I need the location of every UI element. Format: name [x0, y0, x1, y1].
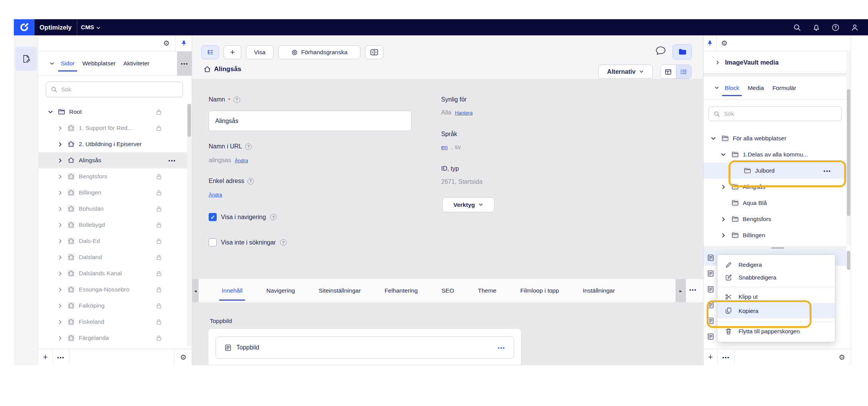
- tree-item-alings-s[interactable]: Alingsås•••: [38, 152, 188, 168]
- collapse-chevron-icon[interactable]: [714, 85, 719, 90]
- gear-icon[interactable]: ⚙: [180, 354, 186, 361]
- tree-item-f-rgelanda[interactable]: Färgelanda: [38, 330, 188, 346]
- menu-item-kopiera[interactable]: Kopiera: [717, 303, 835, 318]
- page-search-input[interactable]: [60, 86, 178, 93]
- tab-seo[interactable]: SEO: [441, 287, 454, 294]
- chevron-right-icon[interactable]: [720, 216, 726, 222]
- menu-item-snabbredigera[interactable]: Snabbredigera: [717, 271, 835, 284]
- tab-felhantering[interactable]: Felhantering: [385, 287, 418, 294]
- add-content-button[interactable]: +: [224, 45, 241, 59]
- assets-folder-button[interactable]: [672, 44, 692, 60]
- folder-item-1-delas-av-alla-kommu[interactable]: 1.Delas av alla kommu...: [704, 146, 846, 163]
- folder-item-billingen[interactable]: Billingen: [704, 227, 846, 243]
- folder-item-f-r-alla-webbplatser[interactable]: För alla webbplatser: [704, 130, 846, 146]
- chevron-down-icon[interactable]: [710, 136, 716, 141]
- gear-icon[interactable]: ⚙: [838, 354, 845, 361]
- add-block-button[interactable]: +: [708, 352, 713, 362]
- tree-item-dalslands-kanal[interactable]: Dalslands Kanal: [38, 265, 188, 281]
- toppbild-block[interactable]: Toppbild •••: [216, 336, 514, 359]
- product-switcher[interactable]: CMS: [81, 24, 100, 31]
- menu-item-redigera[interactable]: Redigera: [717, 258, 835, 271]
- tab-siteinstallningar[interactable]: Siteinställningar: [319, 287, 360, 294]
- chevron-right-icon[interactable]: [57, 190, 63, 196]
- language-en-link[interactable]: en: [441, 144, 448, 151]
- folder-item-alings-s[interactable]: Alingsås: [704, 179, 846, 195]
- scrollbar-thumb[interactable]: [847, 89, 850, 216]
- chevron-down-icon[interactable]: [48, 109, 53, 115]
- search-icon[interactable]: [793, 23, 801, 32]
- gear-icon[interactable]: ⚙: [163, 40, 169, 47]
- checkbox-checked[interactable]: ✓: [209, 213, 217, 221]
- hantera-link[interactable]: Hantera: [455, 110, 473, 116]
- tab-formular[interactable]: Formulär: [772, 85, 796, 92]
- tree-item-dalsland[interactable]: Dalsland: [38, 249, 188, 265]
- tabs-scroll-left-button[interactable]: ◂: [192, 279, 199, 302]
- chevron-down-icon[interactable]: [720, 152, 726, 158]
- chevron-right-icon[interactable]: [57, 287, 63, 293]
- chevron-right-icon[interactable]: [720, 184, 726, 190]
- folder-item-bengtsfors[interactable]: Bengtsfors: [704, 211, 846, 227]
- menu-item-klipp-ut[interactable]: Klipp ut: [717, 290, 835, 303]
- verktyg-button[interactable]: Verktyg: [442, 197, 495, 212]
- tab-navigering[interactable]: Navigering: [266, 287, 295, 294]
- folder-item-aqua-bl[interactable]: Aqua Blå: [704, 195, 846, 211]
- list-view-button[interactable]: [676, 65, 692, 78]
- andra-url-link[interactable]: Ändra: [235, 158, 248, 163]
- block-menu-button[interactable]: •••: [498, 345, 505, 351]
- pin-icon[interactable]: [181, 40, 187, 47]
- tree-item-bollebygd[interactable]: Bollebygd: [38, 217, 188, 233]
- tree-item-2-utbildning-i-episerver[interactable]: 2. Utbildning i Episerver: [38, 136, 188, 152]
- tree-item-essunga-nossebro[interactable]: Essunga-Nossebro: [38, 281, 188, 298]
- footer-more-button[interactable]: •••: [722, 354, 730, 360]
- tree-item-falk-ping[interactable]: Falköping: [38, 298, 188, 314]
- drag-handle[interactable]: [771, 247, 784, 249]
- tree-item-bohusl-n[interactable]: Bohuslän: [38, 201, 188, 217]
- chevron-right-icon[interactable]: [57, 335, 63, 341]
- tab-webbplatser[interactable]: Webbplatser: [82, 60, 116, 67]
- menu-item-flytta-till-papperskorgen[interactable]: Flytta till papperskorgen: [717, 325, 835, 338]
- optimizely-logo[interactable]: [14, 19, 35, 35]
- chevron-right-icon[interactable]: [57, 125, 63, 131]
- add-page-button[interactable]: +: [43, 352, 48, 362]
- compare-button[interactable]: [365, 45, 383, 59]
- andra-enkel-link[interactable]: Ändra: [209, 192, 222, 198]
- account-person-icon[interactable]: [851, 23, 859, 32]
- help-circle-icon[interactable]: ?: [831, 23, 840, 32]
- namn-input[interactable]: [209, 111, 412, 131]
- tab-installningar[interactable]: Inställningar: [583, 287, 615, 294]
- tree-item-root[interactable]: Root: [38, 104, 188, 120]
- tree-item-1-support-f-r-red[interactable]: 1. Support för Red...: [38, 120, 188, 136]
- tab-aktiviteter[interactable]: Aktiviteter: [123, 60, 149, 67]
- chevron-right-icon[interactable]: [57, 271, 63, 276]
- tab-filmloop[interactable]: Filmloop i topp: [520, 287, 559, 294]
- tab-media[interactable]: Media: [748, 85, 764, 92]
- tab-innehall[interactable]: Innehåll: [222, 287, 242, 294]
- chevron-right-icon[interactable]: [720, 233, 726, 238]
- notifications-bell-icon[interactable]: [812, 23, 820, 32]
- gear-icon[interactable]: ⚙: [721, 40, 727, 47]
- block-list-scrollbar[interactable]: [846, 250, 851, 348]
- chevron-right-icon[interactable]: [57, 255, 63, 260]
- visa-button[interactable]: Visa: [246, 45, 274, 59]
- chevron-right-icon[interactable]: [57, 141, 63, 147]
- table-view-button[interactable]: [661, 65, 676, 78]
- tab-theme[interactable]: Theme: [478, 287, 496, 294]
- pin-icon[interactable]: [707, 40, 713, 47]
- block-list-item[interactable]: [704, 344, 846, 348]
- chevron-right-icon[interactable]: [57, 206, 63, 212]
- scrollbar-thumb[interactable]: [188, 104, 191, 137]
- item-menu-button[interactable]: •••: [168, 158, 176, 163]
- comments-bubble-icon[interactable]: [656, 46, 666, 55]
- tab-block[interactable]: Block: [725, 85, 739, 92]
- chevron-right-icon[interactable]: [57, 174, 63, 180]
- panel-overflow-button[interactable]: •••: [177, 52, 192, 76]
- tree-item-fiskeland[interactable]: Fiskeland: [38, 314, 188, 330]
- right-panel-scrollbar[interactable]: [846, 52, 851, 245]
- toggle-tree-button[interactable]: [201, 45, 219, 59]
- panel-splitter[interactable]: [704, 246, 846, 250]
- item-menu-button[interactable]: •••: [823, 168, 831, 174]
- collapse-chevron-icon[interactable]: [50, 61, 55, 66]
- tab-sidor[interactable]: Sidor: [61, 60, 75, 67]
- chevron-right-icon[interactable]: [57, 303, 63, 309]
- edit-pages-rail-button[interactable]: [15, 47, 37, 71]
